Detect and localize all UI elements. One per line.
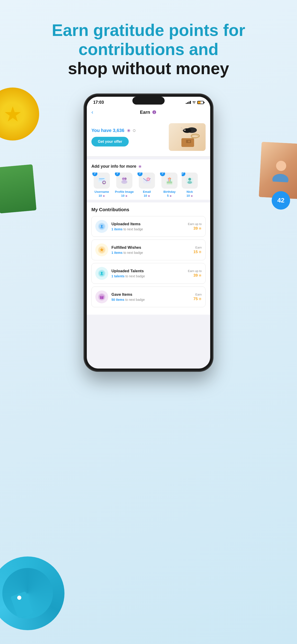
info-items-list: ✓ 💬 Username10 bbox=[92, 172, 206, 198]
info-item-birthday[interactable]: ✓ bbox=[159, 172, 180, 198]
svg-text:💬: 💬 bbox=[103, 181, 106, 184]
contrib-sub-uploaded-items: 1 items to next badge bbox=[112, 227, 180, 231]
info-item-label-profile: Profile Image10 bbox=[115, 190, 134, 198]
svg-point-23 bbox=[124, 178, 127, 180]
battery-icon bbox=[197, 101, 204, 104]
contrib-info-uploaded-talents: Uploaded Talents 1 talents to next badge bbox=[112, 269, 180, 278]
contrib-earn-uploaded-items: Earn up to 39 bbox=[183, 222, 202, 231]
contrib-sub-uploaded-talents: 1 talents to next badge bbox=[112, 274, 180, 278]
nav-bar: ‹ Earn bbox=[87, 107, 210, 118]
svg-point-39 bbox=[188, 181, 192, 184]
contrib-icon-uploaded-talents bbox=[95, 267, 108, 280]
phone-device: 17:03 ‹ bbox=[84, 94, 213, 371]
svg-point-22 bbox=[122, 178, 124, 180]
contrib-info-uploaded-items: Uploaded Items 1 items to next badge bbox=[112, 222, 180, 231]
back-button[interactable]: ‹ bbox=[92, 109, 93, 116]
svg-point-34 bbox=[168, 178, 169, 179]
wifi-icon bbox=[192, 101, 196, 104]
signal-bar-2 bbox=[187, 102, 188, 104]
signal-bar-3 bbox=[188, 102, 190, 104]
deco-circle-bottom bbox=[0, 556, 64, 630]
signal-bar-1 bbox=[186, 103, 187, 104]
contributions-section: My Contributions Uploaded Items bbox=[87, 202, 210, 315]
svg-line-7 bbox=[182, 130, 182, 130]
svg-point-14 bbox=[182, 128, 184, 130]
contributions-title: My Contributions bbox=[92, 207, 206, 212]
info-item-nick[interactable]: ✓ Nick10 bbox=[182, 172, 198, 198]
contrib-card-uploaded-talents[interactable]: Uploaded Talents 1 talents to next badge… bbox=[92, 263, 206, 284]
contrib-sub-fulfilled-wishes: 1 items to next badge bbox=[112, 251, 180, 254]
svg-rect-18 bbox=[99, 180, 103, 180]
contrib-info-gave-items: Gave Items 50 items to next badge bbox=[112, 292, 180, 302]
contrib-icon-uploaded-items bbox=[95, 220, 108, 233]
contrib-earn-uploaded-talents: Earn up to 39 bbox=[183, 269, 202, 278]
info-item-label-email: Email10 bbox=[143, 190, 151, 198]
hero-image bbox=[169, 123, 206, 151]
headline-text: Earn gratitude points for contributions … bbox=[18, 21, 278, 78]
svg-point-12 bbox=[188, 140, 190, 142]
contrib-icon-fulfilled-wishes bbox=[95, 244, 108, 256]
svg-point-13 bbox=[184, 130, 186, 131]
info-icon-username: ✓ 💬 bbox=[94, 172, 110, 189]
contrib-title-fulfilled-wishes: Fulfilled Wishes bbox=[112, 245, 180, 250]
svg-point-38 bbox=[188, 178, 191, 180]
svg-point-36 bbox=[169, 177, 170, 179]
svg-rect-30 bbox=[167, 183, 172, 184]
nav-title: Earn bbox=[140, 110, 157, 115]
contrib-info-fulfilled-wishes: Fulfilled Wishes 1 items to next badge bbox=[112, 245, 180, 254]
svg-point-15 bbox=[181, 127, 182, 128]
svg-point-6 bbox=[183, 128, 191, 133]
info-item-label-nick: Nick10 bbox=[186, 190, 193, 198]
svg-text:♥: ♥ bbox=[148, 178, 149, 180]
info-item-label-birthday: Birthday5 bbox=[164, 190, 176, 198]
contrib-icon-gave-items bbox=[95, 290, 108, 303]
status-icons bbox=[186, 101, 204, 104]
svg-rect-33 bbox=[169, 178, 170, 182]
signal-bars bbox=[186, 101, 191, 104]
info-icon-email: ✓ ♥ bbox=[139, 172, 155, 189]
hero-banner: You have 3,636 Get your offer bbox=[87, 118, 210, 156]
contrib-title-gave-items: Gave Items bbox=[112, 292, 180, 297]
hero-points: You have 3,636 bbox=[92, 128, 136, 133]
contrib-card-gave-items[interactable]: Gave Items 50 items to next badge Earn 7… bbox=[92, 286, 206, 307]
svg-rect-29 bbox=[167, 182, 172, 183]
contrib-title-uploaded-items: Uploaded Items bbox=[112, 222, 180, 226]
contrib-title-uploaded-talents: Uploaded Talents bbox=[112, 269, 180, 274]
info-item-profile-image[interactable]: ✓ Profile Image10 bbox=[114, 172, 135, 198]
info-item-label-username: Username10 bbox=[95, 190, 109, 198]
svg-point-35 bbox=[170, 178, 171, 179]
svg-rect-17 bbox=[99, 178, 104, 179]
info-section: Add your info for more ✓ bbox=[87, 160, 210, 200]
contrib-card-uploaded-items[interactable]: Uploaded Items 1 items to next badge Ear… bbox=[92, 216, 206, 237]
contrib-earn-fulfilled-wishes: Earn 15 bbox=[183, 246, 202, 254]
contrib-card-fulfilled-wishes[interactable]: Fulfilled Wishes 1 items to next badge E… bbox=[92, 240, 206, 260]
svg-point-24 bbox=[121, 180, 127, 184]
phone-notch bbox=[132, 97, 164, 104]
signal-bar-4 bbox=[190, 101, 191, 104]
info-item-email[interactable]: ✓ ♥ Email10 bbox=[136, 172, 157, 198]
hero-left: You have 3,636 Get your offer bbox=[92, 128, 136, 147]
headline-section: Earn gratitude points for contributions … bbox=[0, 0, 297, 89]
info-item-username[interactable]: ✓ 💬 Username10 bbox=[92, 172, 112, 198]
info-icon-birthday: ✓ bbox=[162, 172, 178, 189]
info-title: Add your info for more bbox=[92, 164, 206, 169]
get-offer-button[interactable]: Get your offer bbox=[92, 137, 129, 146]
info-icon-nick: ✓ bbox=[182, 172, 198, 189]
phone-wrapper: 17:03 ‹ bbox=[0, 94, 297, 371]
contrib-earn-gave-items: Earn 75 bbox=[183, 293, 202, 301]
phone-screen: 17:03 ‹ bbox=[87, 97, 210, 368]
info-icon-profile: ✓ bbox=[116, 172, 132, 189]
status-time: 17:03 bbox=[93, 100, 104, 105]
contrib-sub-gave-items: 50 items to next badge bbox=[112, 298, 180, 302]
